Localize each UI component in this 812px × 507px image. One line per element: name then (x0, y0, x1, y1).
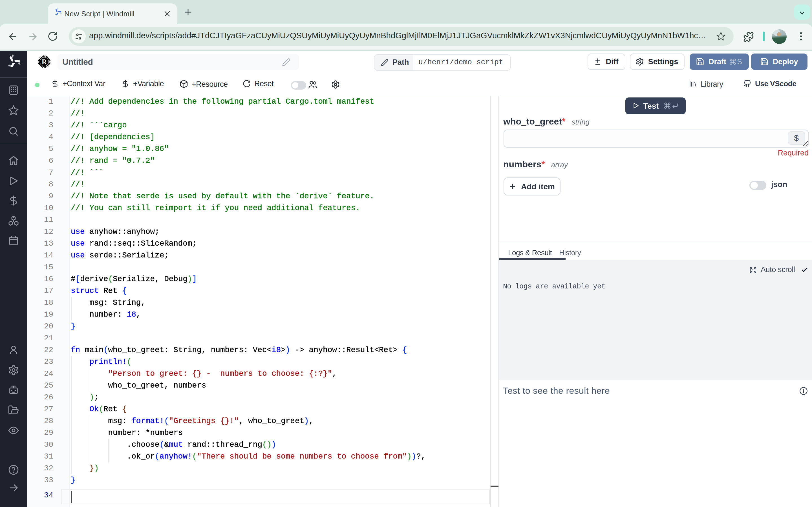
svg-text:R: R (42, 57, 47, 66)
